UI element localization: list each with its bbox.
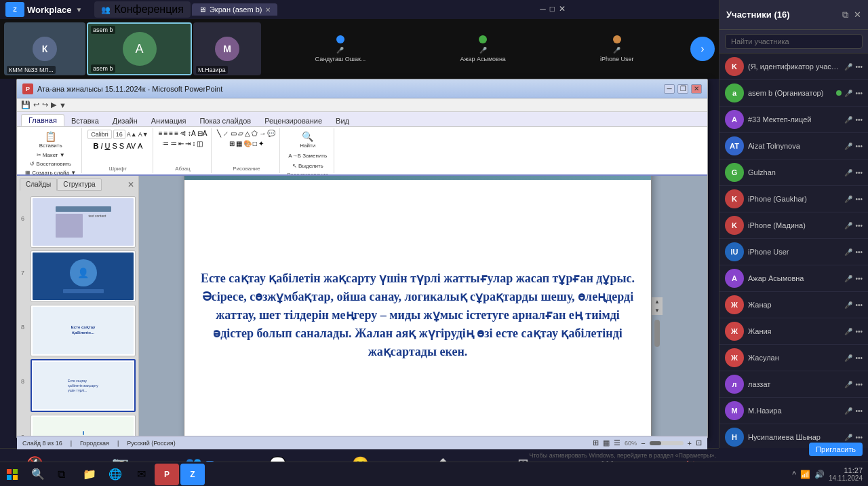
quick-styles-button[interactable]: ▦ [236, 140, 242, 147]
participants-close-icon[interactable]: ✕ [854, 10, 861, 20]
taskbar-zoom-button[interactable]: Z [180, 464, 205, 485]
network-icon[interactable]: 📶 [800, 470, 810, 479]
shape-5[interactable]: △ [245, 130, 250, 137]
align-center-button[interactable]: ≡ [163, 130, 167, 137]
numbering-button[interactable]: ≔ [170, 140, 177, 147]
clock-area[interactable]: 11:27 14.11.2024 [829, 466, 863, 482]
participant-more-icon[interactable]: ••• [855, 434, 863, 441]
align-left-button[interactable]: ≡ [159, 130, 163, 137]
video-tile-2[interactable]: A asem b asem b [87, 22, 192, 75]
qat-launch-icon[interactable]: ▶ [51, 100, 56, 109]
view-reading-button[interactable]: ☰ [614, 438, 620, 447]
char-spacing-button[interactable]: AV [126, 142, 136, 150]
ribbon-tab-view[interactable]: Вид [329, 115, 356, 126]
shape-6[interactable]: ⬠ [252, 130, 258, 137]
view-normal-button[interactable]: ⊞ [593, 438, 599, 447]
ppt-restore-button[interactable]: ❐ [677, 84, 688, 94]
section-button[interactable]: ▦ Создать слайд ▼ [24, 169, 77, 176]
participant-item[interactable]: K iPhone (Мадина) 🎤 ••• [719, 212, 868, 239]
font-size-inc-button[interactable]: A▲ [127, 131, 137, 138]
taskbar-chevron-icon[interactable]: ^ [792, 470, 796, 479]
shape-arrow[interactable]: → [259, 130, 266, 137]
taskbar-search-button[interactable]: 🔍 [27, 464, 49, 485]
shape-3[interactable]: ▭ [231, 130, 237, 137]
participant-more-icon[interactable]: ••• [855, 328, 863, 335]
effects-button[interactable]: ✦ [258, 140, 264, 147]
view-slide-button[interactable]: ▦ [603, 438, 610, 447]
slide-thumb-3[interactable]: Есте сақтауқабілетін... [31, 305, 136, 356]
participant-item[interactable]: K iPhone (Gaukhar) 🎤 ••• [719, 186, 868, 212]
fill-color-button[interactable]: 🎨 [243, 140, 252, 147]
arrange-button[interactable]: ⊞ [229, 140, 235, 147]
fit-slide-button[interactable]: ⊡ [696, 438, 702, 447]
font-size-dec-button[interactable]: A▼ [138, 131, 149, 138]
zoom-out-button[interactable]: − [641, 439, 645, 447]
scroll-down-button[interactable]: ▼ [654, 307, 660, 314]
participant-more-icon[interactable]: ••• [855, 248, 863, 256]
ppt-minimize-button[interactable]: ─ [664, 84, 675, 94]
align-text-button[interactable]: ⊟A [197, 130, 208, 137]
zoom-in-button[interactable]: + [688, 439, 692, 447]
participant-item[interactable]: Ж Жания 🎤 ••• [719, 318, 868, 345]
slide-panel-close-button[interactable]: ✕ [126, 179, 136, 191]
screen-tab[interactable]: 🖥 Экран (asem b) ✕ [192, 3, 277, 16]
align-right-button[interactable]: ≡ [169, 130, 173, 137]
line-spacing-button[interactable]: ↕ [192, 140, 195, 147]
bold-button[interactable]: B [94, 142, 99, 150]
shape-1[interactable]: ╲ [217, 130, 221, 137]
qat-undo-icon[interactable]: ↩ [33, 100, 39, 109]
replace-button[interactable]: А→Б Заменить [285, 151, 330, 160]
participant-more-icon[interactable]: ••• [855, 354, 863, 362]
outline-button[interactable]: □ [253, 140, 257, 147]
participant-more-icon[interactable]: ••• [855, 407, 863, 415]
participant-more-icon[interactable]: ••• [855, 222, 863, 229]
taskbar-taskview-button[interactable]: ⧉ [50, 464, 72, 485]
participant-item[interactable]: М М.Назира 🎤 ••• [719, 398, 868, 424]
participant-item[interactable]: a asem b (Организатор) 🎤 ••• [719, 80, 868, 107]
font-color-button[interactable]: A [138, 142, 142, 150]
justify-button[interactable]: ≡ [174, 130, 178, 137]
participant-more-icon[interactable]: ••• [855, 301, 863, 309]
cut-button[interactable]: ✂ Макет ▼ [35, 151, 66, 159]
participant-more-icon[interactable]: ••• [855, 169, 863, 176]
ribbon-tab-animation[interactable]: Анимация [144, 115, 193, 126]
col-button[interactable]: ⫷ [180, 130, 186, 137]
taskbar-mail-button[interactable]: ✉ [129, 464, 153, 485]
qat-save-icon[interactable]: 💾 [21, 100, 31, 109]
zoom-slider[interactable] [650, 441, 684, 445]
decrease-indent-button[interactable]: ⇤ [178, 140, 184, 147]
slide-scrollbar[interactable]: ▲ ▼ [652, 297, 663, 315]
structure-tab[interactable]: Структура [57, 179, 101, 191]
minimize-icon[interactable]: ─ [540, 4, 546, 14]
tab-close-icon[interactable]: ✕ [265, 6, 271, 14]
participant-more-icon[interactable]: ••• [855, 63, 863, 71]
maximize-icon[interactable]: □ [550, 4, 555, 14]
taskbar-edge-button[interactable]: 🌐 [103, 464, 127, 485]
ppt-close-button[interactable]: ✕ [691, 84, 702, 94]
participant-item[interactable]: Ж Жанар 🎤 ••• [719, 292, 868, 318]
more-participants-button[interactable]: › [690, 37, 715, 61]
invite-button[interactable]: Пригласить [809, 443, 863, 456]
shadow-button[interactable]: S [119, 142, 124, 150]
taskbar-ppt-button[interactable]: P [155, 464, 179, 485]
participant-item[interactable]: Ж Жасулан 🎤 ••• [719, 345, 868, 371]
participant-more-icon[interactable]: ••• [855, 116, 863, 124]
select-button[interactable]: ↖ Выделить [290, 162, 326, 170]
shape-4[interactable]: ▱ [238, 130, 243, 137]
participant-more-icon[interactable]: ••• [855, 381, 863, 388]
paste-button[interactable]: 📋 Вставить [37, 130, 65, 150]
participant-more-icon[interactable]: ••• [855, 143, 863, 150]
participant-item[interactable]: AT Aizat Tolnynova 🎤 ••• [719, 133, 868, 160]
smart-art-button[interactable]: ◫ [197, 140, 203, 147]
participants-search-input[interactable] [725, 34, 863, 49]
video-tile-3[interactable]: М М.Назира [193, 22, 261, 75]
find-button[interactable]: 🔍 Найти [297, 130, 318, 150]
ribbon-tab-slideshow[interactable]: Показ слайдов [193, 115, 258, 126]
reset-button[interactable]: ↺ Восстановить [28, 160, 72, 168]
slides-tab[interactable]: Слайды [20, 179, 57, 191]
shape-callout[interactable]: 💬 [267, 130, 275, 137]
participant-more-icon[interactable]: ••• [855, 275, 863, 282]
underline-button[interactable]: U [105, 142, 111, 150]
increase-indent-button[interactable]: ⇥ [185, 140, 191, 147]
ribbon-tab-home[interactable]: Главная [21, 114, 64, 126]
